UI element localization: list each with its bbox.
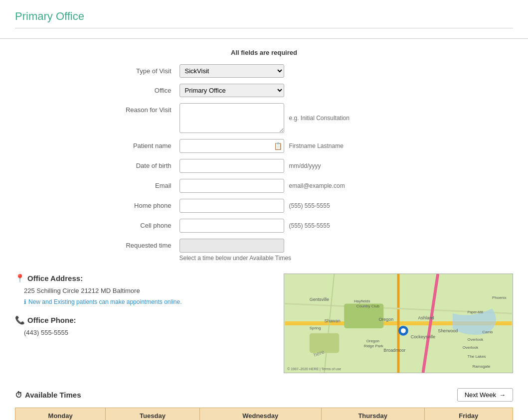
email-row: Email email@example.com	[90, 179, 439, 193]
patient-name-label: Patient name	[90, 139, 179, 149]
svg-point-28	[401, 328, 406, 333]
available-times-title: ⏱ Available Times	[15, 391, 81, 399]
office-phone-heading: 📞 Office Phone:	[15, 315, 274, 325]
svg-text:Ramsgate: Ramsgate	[473, 364, 491, 369]
svg-text:Overlook: Overlook	[463, 345, 479, 350]
phone-icon: 📞	[15, 315, 25, 325]
email-input[interactable]	[179, 179, 284, 193]
calendar-day-header: TuesdayJuly 28	[106, 408, 200, 420]
svg-text:Camb: Camb	[482, 330, 493, 334]
calendar-day-header: WednesdayJuly 29	[199, 408, 321, 420]
office-address-heading: 📍 Office Address:	[15, 274, 274, 283]
svg-text:Paper-Mill: Paper-Mill	[468, 310, 484, 314]
home-phone-label: Home phone	[90, 199, 179, 209]
cell-phone-hint: (555) 555-5555	[289, 222, 330, 229]
svg-text:Overlook: Overlook	[468, 337, 484, 342]
office-label: Office	[90, 84, 179, 94]
home-phone-row: Home phone (555) 555-5555	[90, 199, 439, 213]
required-note: All fields are required	[90, 49, 439, 56]
type-of-visit-select[interactable]: SickVisit WellVisit FollowUp Consultatio…	[179, 64, 284, 78]
home-phone-hint: (555) 555-5555	[289, 202, 330, 209]
office-info: 📍 Office Address: 225 Schilling Circle 2…	[15, 274, 274, 373]
clock-icon: ⏱	[15, 391, 22, 399]
svg-text:Hayfields: Hayfields	[354, 299, 370, 303]
date-of-birth-row: Date of birth mm/dd/yyyy	[90, 159, 439, 173]
reason-for-visit-row: Reason for Visit e.g. Initial Consultati…	[90, 103, 439, 133]
requested-time-label: Requested time	[90, 239, 179, 249]
email-label: Email	[90, 179, 179, 189]
svg-rect-7	[310, 333, 339, 353]
calendar-icon[interactable]: 📋	[274, 142, 282, 150]
svg-text:The Lakes: The Lakes	[468, 354, 486, 359]
calendar-day-header: FridayJuly 31	[424, 408, 513, 420]
requested-time-input	[179, 239, 284, 253]
svg-text:Ashland: Ashland	[418, 315, 434, 320]
requested-time-row: Requested time Select a time below under…	[90, 239, 439, 262]
svg-text:Cockeysville: Cockeysville	[411, 334, 436, 339]
svg-text:Gentsville: Gentsville	[310, 297, 329, 302]
patient-name-hint: Firstname Lastname	[289, 142, 344, 149]
info-icon: ℹ	[24, 298, 26, 305]
reason-for-visit-input[interactable]	[179, 103, 284, 133]
svg-text:© 1987–2020 HERE | Terms of us: © 1987–2020 HERE | Terms of use	[287, 367, 341, 371]
calendar-day-header: MondayJuly 27	[15, 408, 106, 420]
reason-for-visit-label: Reason for Visit	[90, 103, 179, 114]
date-of-birth-hint: mm/dd/yyyy	[289, 162, 321, 169]
home-phone-input[interactable]	[179, 199, 284, 213]
next-week-button[interactable]: Next Week →	[457, 388, 513, 402]
available-times-section: ⏱ Available Times Next Week → MondayJuly…	[15, 388, 513, 420]
svg-text:Ridge Park: Ridge Park	[364, 344, 383, 348]
cell-phone-label: Cell phone	[90, 219, 179, 229]
office-address-text: 225 Schilling Circle 21212 MD Baltimore	[24, 287, 274, 294]
email-hint: email@example.com	[289, 182, 345, 189]
availability-table: MondayJuly 27TuesdayJuly 28WednesdayJuly…	[15, 408, 513, 420]
page-title: Primary Office	[15, 10, 513, 28]
svg-text:Phoenix: Phoenix	[492, 295, 507, 300]
map-container: Gentsville Hayfields Country Club Oregon…	[284, 274, 513, 373]
date-of-birth-input[interactable]	[179, 159, 284, 173]
cell-phone-input[interactable]	[179, 219, 284, 233]
calendar-day-header: ThursdayJuly 30	[321, 408, 424, 420]
type-of-visit-row: Type of Visit SickVisit WellVisit Follow…	[90, 64, 439, 78]
svg-text:Broadmoor: Broadmoor	[383, 348, 405, 353]
pin-icon: 📍	[15, 274, 25, 283]
patient-name-input[interactable]	[179, 139, 284, 153]
svg-text:Country Club: Country Club	[356, 304, 380, 308]
svg-text:Spring: Spring	[310, 326, 321, 330]
svg-text:Oregon: Oregon	[378, 317, 393, 322]
appointments-link[interactable]: ℹ New and Existing patients can make app…	[24, 298, 274, 305]
office-row: Office Primary Office Secondary Office	[90, 84, 439, 97]
reason-for-visit-hint: e.g. Initial Consultation	[289, 115, 350, 122]
requested-time-subnote: Select a time below under Available Time…	[179, 255, 292, 262]
type-of-visit-label: Type of Visit	[90, 64, 179, 75]
office-phone-text: (443) 555-5555	[24, 329, 274, 336]
office-select[interactable]: Primary Office Secondary Office	[179, 84, 284, 97]
date-of-birth-label: Date of birth	[90, 159, 179, 169]
arrow-right-icon: →	[499, 391, 506, 399]
svg-text:Sherwood: Sherwood	[438, 328, 458, 333]
cell-phone-row: Cell phone (555) 555-5555	[90, 219, 439, 233]
patient-name-row: Patient name 📋 Firstname Lastname	[90, 139, 439, 153]
svg-text:Oregon: Oregon	[366, 339, 379, 343]
svg-text:Shawan: Shawan	[325, 318, 341, 323]
